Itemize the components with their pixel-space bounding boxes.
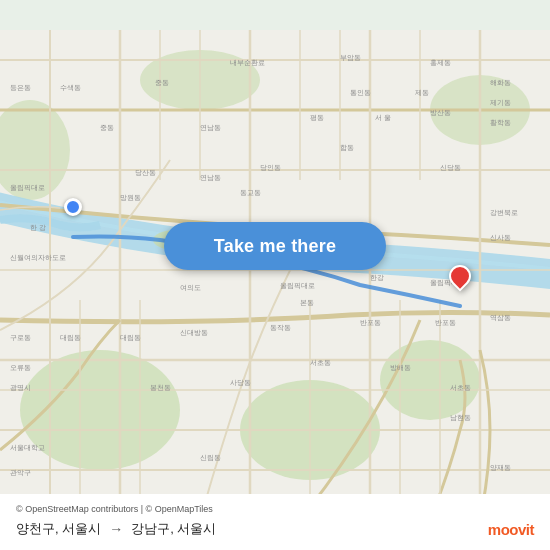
svg-text:대림동: 대림동: [60, 334, 81, 342]
svg-text:반포동: 반포동: [360, 319, 381, 326]
svg-text:신사동: 신사동: [490, 234, 511, 241]
svg-text:여의도: 여의도: [180, 284, 201, 291]
svg-text:서초동: 서초동: [310, 359, 331, 366]
svg-text:신대방동: 신대방동: [180, 329, 208, 336]
svg-text:당산동: 당산동: [135, 169, 156, 176]
svg-text:오류동: 오류동: [10, 364, 31, 371]
svg-text:제동: 제동: [415, 89, 429, 96]
svg-text:봉천동: 봉천동: [150, 384, 171, 392]
svg-text:사당동: 사당동: [230, 379, 251, 386]
svg-text:황학동: 황학동: [490, 119, 511, 127]
svg-text:등은동: 등은동: [10, 84, 31, 91]
svg-text:본동: 본동: [300, 299, 314, 306]
svg-text:방배동: 방배동: [390, 364, 411, 371]
svg-text:한강: 한강: [370, 274, 384, 281]
svg-text:합동: 합동: [340, 144, 354, 152]
svg-text:평동: 평동: [310, 114, 324, 121]
svg-text:동작동: 동작동: [270, 324, 291, 332]
svg-text:연남동: 연남동: [200, 124, 221, 132]
take-me-there-button[interactable]: Take me there: [164, 222, 386, 270]
svg-text:한 강: 한 강: [30, 224, 46, 231]
svg-text:내부순환료: 내부순환료: [230, 59, 265, 66]
svg-text:구로동: 구로동: [10, 334, 31, 341]
svg-text:강변북로: 강변북로: [490, 209, 518, 217]
svg-text:올림픽대로: 올림픽대로: [10, 184, 45, 192]
svg-text:서 울: 서 울: [375, 114, 391, 121]
destination-label: 강남구, 서울시: [131, 520, 216, 538]
svg-text:서울대학교: 서울대학교: [10, 444, 45, 452]
route-info: 양천구, 서울시 → 강남구, 서울시: [16, 520, 534, 538]
moovit-logo: moovit: [488, 521, 534, 538]
map-container: 등은동 수색동 중동 내부순환료 부암동 홍제동 해화동 제기동 통인동 제동 …: [0, 0, 550, 550]
svg-text:대림동: 대림동: [120, 334, 141, 342]
svg-text:수색동: 수색동: [60, 84, 81, 92]
map-attribution: © OpenStreetMap contributors | © OpenMap…: [16, 504, 534, 514]
svg-text:양재동: 양재동: [490, 464, 511, 471]
svg-text:중동: 중동: [155, 79, 169, 86]
bottom-bar: © OpenStreetMap contributors | © OpenMap…: [0, 494, 550, 550]
svg-text:해화동: 해화동: [490, 79, 511, 86]
svg-text:당인동: 당인동: [260, 164, 281, 171]
svg-text:올림픽대로: 올림픽대로: [280, 282, 315, 290]
svg-text:연남동: 연남동: [200, 174, 221, 182]
svg-text:서초동: 서초동: [450, 384, 471, 391]
svg-text:신당동: 신당동: [440, 164, 461, 171]
svg-text:동교동: 동교동: [240, 189, 261, 196]
svg-text:방산동: 방산동: [430, 109, 451, 116]
svg-text:역삼동: 역삼동: [490, 314, 511, 322]
svg-text:남현동: 남현동: [450, 414, 471, 422]
origin-marker: [64, 198, 82, 216]
svg-text:신림동: 신림동: [200, 454, 221, 462]
svg-text:관악구: 관악구: [10, 469, 31, 477]
origin-label: 양천구, 서울시: [16, 520, 101, 538]
svg-text:제기동: 제기동: [490, 99, 511, 106]
svg-text:홍제동: 홍제동: [430, 59, 451, 67]
svg-text:통인동: 통인동: [350, 89, 371, 97]
svg-text:광명시: 광명시: [10, 384, 31, 392]
svg-text:부암동: 부암동: [340, 54, 361, 62]
route-arrow-icon: →: [109, 521, 123, 537]
svg-text:신월여의자하도로: 신월여의자하도로: [10, 254, 66, 261]
svg-text:반포동: 반포동: [435, 319, 456, 326]
svg-text:중동: 중동: [100, 124, 114, 131]
svg-text:망원동: 망원동: [120, 194, 141, 201]
